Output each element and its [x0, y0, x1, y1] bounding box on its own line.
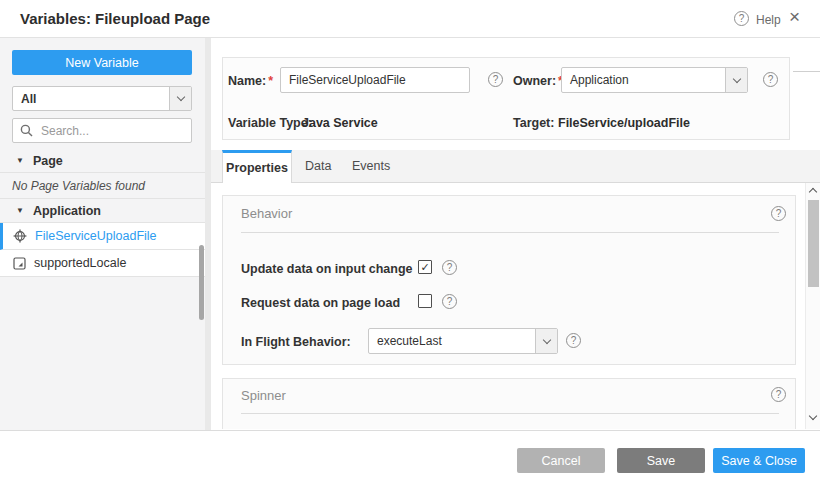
tree-item-label: FileServiceUploadFile — [35, 229, 157, 243]
dialog-title: Variables: Fileupload Page — [20, 10, 210, 27]
chevron-down-icon — [725, 68, 747, 92]
in-flight-behavior-value: executeLast — [369, 329, 535, 353]
tree-section-page[interactable]: ▼ Page — [0, 149, 205, 173]
locale-icon — [13, 257, 26, 270]
tab-events[interactable]: Events — [352, 159, 390, 173]
spinner-section: Spinner ? — [222, 378, 796, 429]
scroll-up-icon[interactable] — [809, 188, 817, 196]
new-variable-button[interactable]: New Variable — [12, 50, 192, 75]
sidebar-scrollbar-thumb[interactable] — [199, 245, 204, 320]
divider — [241, 232, 779, 233]
properties-scroll-area: Behavior ? Update data on input change ✓… — [211, 183, 805, 429]
variables-sidebar: New Variable All ▼ Page No Page Variable… — [0, 38, 205, 430]
in-flight-behavior-select[interactable]: executeLast — [368, 328, 558, 354]
main-scrollbar[interactable] — [805, 183, 820, 429]
variable-filter-select[interactable]: All — [12, 86, 192, 111]
request-data-help-icon[interactable]: ? — [442, 294, 457, 309]
owner-label: Owner:* — [513, 74, 563, 88]
variable-search[interactable] — [12, 118, 192, 143]
variables-dialog: Variables: Fileupload Page ? Help × New … — [0, 0, 820, 495]
tab-properties[interactable]: Properties — [222, 150, 292, 183]
search-input[interactable] — [39, 123, 191, 139]
save-and-close-button[interactable]: Save & Close — [713, 448, 805, 473]
in-flight-behavior-help-icon[interactable]: ? — [566, 333, 581, 348]
owner-help-icon[interactable]: ? — [763, 72, 778, 87]
section-title: Spinner — [241, 388, 286, 403]
cancel-button[interactable]: Cancel — [517, 448, 605, 473]
owner-value: Application — [562, 68, 725, 92]
variable-filter-value: All — [13, 87, 169, 110]
java-service-icon — [13, 229, 27, 243]
save-button[interactable]: Save — [617, 448, 705, 473]
tree-section-label: Application — [33, 204, 101, 218]
required-marker: * — [268, 74, 273, 88]
dialog-footer: Cancel Save Save & Close — [0, 430, 820, 495]
dialog-titlebar: Variables: Fileupload Page ? Help × — [0, 0, 820, 38]
tab-data[interactable]: Data — [305, 159, 331, 173]
check-icon: ✓ — [420, 262, 429, 273]
divider — [793, 71, 820, 72]
help-link[interactable]: Help — [756, 13, 781, 27]
name-label: Name:* — [228, 74, 273, 88]
in-flight-behavior-label: In Flight Behavior: — [241, 335, 351, 349]
search-icon — [20, 124, 33, 137]
help-icon[interactable]: ? — [734, 11, 749, 26]
update-data-help-icon[interactable]: ? — [442, 260, 457, 275]
tree-item-supportedlocale[interactable]: supportedLocale — [0, 250, 205, 277]
name-help-icon[interactable]: ? — [488, 72, 503, 87]
tree-section-label: Page — [33, 154, 63, 168]
caret-down-icon: ▼ — [16, 156, 24, 165]
section-title: Behavior — [241, 206, 292, 221]
chevron-down-icon — [169, 87, 191, 110]
request-data-label: Request data on page load — [241, 296, 400, 310]
variable-type-value: Java Service — [302, 116, 378, 130]
tab-bar — [211, 150, 820, 183]
update-data-label: Update data on input change — [241, 262, 413, 276]
behavior-section: Behavior ? Update data on input change ✓… — [222, 195, 796, 365]
tree-section-application[interactable]: ▼ Application — [0, 199, 205, 223]
variable-type-label: Variable Type: — [228, 116, 312, 130]
caret-down-icon: ▼ — [16, 206, 24, 215]
request-data-checkbox[interactable] — [418, 294, 432, 308]
target-value: FileService/uploadFile — [558, 116, 690, 130]
tree-item-label: supportedLocale — [34, 256, 126, 270]
behavior-help-icon[interactable]: ? — [771, 206, 786, 221]
spinner-help-icon[interactable]: ? — [771, 387, 786, 402]
close-icon[interactable]: × — [789, 7, 800, 26]
owner-select[interactable]: Application — [561, 67, 748, 93]
page-variables-empty-message: No Page Variables found — [0, 173, 205, 199]
scrollbar-thumb[interactable] — [808, 200, 819, 287]
tree-item-fileserviceuploadfile[interactable]: FileServiceUploadFile — [0, 223, 205, 250]
divider — [241, 413, 779, 414]
chevron-down-icon — [535, 329, 557, 353]
name-input[interactable] — [280, 67, 470, 93]
target-label: Target: — [513, 116, 554, 130]
update-data-checkbox[interactable]: ✓ — [418, 260, 432, 274]
scroll-down-icon[interactable] — [809, 412, 817, 420]
